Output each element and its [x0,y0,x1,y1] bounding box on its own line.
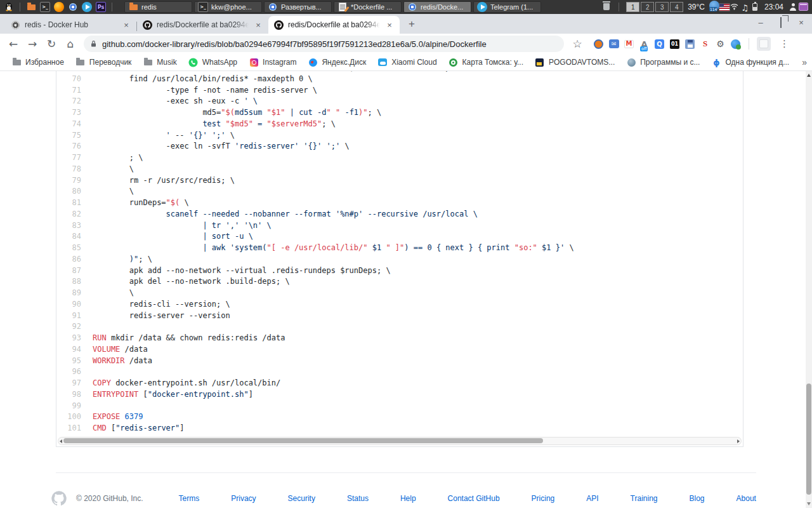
footer-link[interactable]: Pricing [532,494,555,503]
footer-link[interactable]: Terms [179,494,200,503]
horizontal-scroll-thumb[interactable] [63,438,543,443]
line-number[interactable]: 86 [56,254,88,265]
footer-link[interactable]: Status [347,494,369,503]
line-number[interactable]: 71 [56,85,88,97]
line-number[interactable]: 72 [56,96,88,107]
line-number[interactable]: 76 [56,141,88,152]
minimize-button[interactable]: – [756,18,765,27]
wifi-icon[interactable] [730,1,740,11]
line-number[interactable]: 85 [56,243,88,254]
footer-link[interactable]: About [737,494,756,503]
line-number[interactable]: 88 [56,276,88,288]
line-number[interactable]: 73 [56,107,88,119]
battery-icon[interactable] [750,2,760,12]
line-number[interactable]: 84 [56,231,88,243]
line-number[interactable]: 101 [56,423,88,434]
trash-button[interactable] [601,2,612,13]
vertical-scroll-thumb[interactable] [806,384,811,495]
footer-link[interactable]: Contact GitHub [448,494,500,503]
extension-mail-checker-icon[interactable]: ✉ [608,39,619,50]
chromium-launcher-icon[interactable] [68,2,78,12]
browser-menu-button[interactable]: ⋮ [780,38,789,50]
photoshop-launcher-icon[interactable]: Ps [96,2,106,12]
line-number[interactable]: 90 [56,299,88,311]
line-number[interactable]: 89 [56,288,88,299]
workspace-button[interactable]: 3 [655,2,669,12]
bookmark-item[interactable]: Xiaomi Cloud [374,55,440,69]
taskbar-window-button[interactable]: *Dockerfile ... [334,1,402,13]
music-note-icon[interactable]: ♫ [740,3,750,13]
line-number[interactable]: 100 [56,411,88,423]
line-number[interactable]: 83 [56,220,88,232]
extension-orange-ring-icon[interactable] [593,39,604,50]
line-number[interactable]: 80 [56,186,88,197]
footer-link[interactable]: Help [400,494,416,503]
browser-tab[interactable]: redis/Dockerfile at ba0294e67× [268,16,400,34]
bookmark-item[interactable]: Программы и с... [622,55,704,69]
line-number[interactable]: 99 [56,401,88,412]
extension-save-icon[interactable] [684,39,695,50]
line-number[interactable]: 91 [56,311,88,322]
bookmark-item[interactable]: Карта Томска: у... [445,55,527,69]
tux-menu-button[interactable] [4,1,14,13]
footer-link[interactable]: Privacy [231,494,256,503]
footer-link[interactable]: Security [288,494,315,503]
taskbar-window-button[interactable]: >_kkw@phoe... [194,1,262,13]
extension-seo-icon[interactable]: S [700,39,710,50]
tab-close-icon[interactable]: × [121,20,131,30]
line-number[interactable]: 77 [56,152,88,164]
extension-01-icon[interactable]: 01 [669,39,680,50]
line-number[interactable]: 82 [56,209,88,220]
user-session-icon[interactable] [788,2,798,12]
new-tab-button[interactable]: + [403,16,420,32]
line-number[interactable]: 78 [56,164,88,175]
line-number[interactable]: 97 [56,378,88,389]
line-number[interactable]: 75 [56,130,88,142]
line-number[interactable]: 74 [56,119,88,130]
reload-button[interactable]: ↻ [43,36,60,52]
bookmarks-overflow-chevron[interactable]: » [797,57,812,67]
taskbar-window-button[interactable]: redis [124,1,192,13]
taskbar-window-button[interactable]: redis/Docke... [403,1,471,13]
extension-gear-icon[interactable]: ⚙ [715,39,726,50]
bookmark-item[interactable]: Избранное [8,55,68,69]
bookmark-item[interactable]: Яндекс.Диск [304,55,370,69]
line-number[interactable]: 96 [56,366,88,378]
telegram-launcher-icon[interactable] [82,2,92,12]
bookmark-star-button[interactable]: ☆ [569,36,586,52]
line-number[interactable]: 70 [56,74,88,85]
bookmark-item[interactable]: Musik [139,55,180,69]
line-number[interactable]: 79 [56,175,88,187]
scroll-down-arrow[interactable] [807,502,811,505]
extension-adblock-off-icon[interactable]: offA [639,39,650,50]
footer-link[interactable]: Training [631,494,658,503]
bookmark-item[interactable]: Instagram [245,55,300,69]
extension-translator-icon[interactable]: Q [654,39,665,50]
home-button[interactable]: ⌂ [62,36,79,52]
bookmark-item[interactable]: ϕОдна функция д... [707,55,793,69]
bookmark-item[interactable]: WhatsApp [185,55,241,69]
forward-button[interactable]: → [24,36,41,52]
workspace-button[interactable]: 1 [626,2,639,12]
page-vertical-scrollbar[interactable] [806,71,812,508]
bookmark-item[interactable]: POGODAVTOMS... [531,55,619,69]
tab-close-icon[interactable]: × [253,20,263,30]
workspace-button[interactable]: 4 [670,2,683,12]
terminal-launcher-icon[interactable]: >_ [40,2,50,12]
scroll-right-arrow[interactable] [737,439,740,443]
tab-close-icon[interactable]: × [384,20,395,30]
line-number[interactable]: 94 [56,344,88,356]
maximize-button[interactable] [780,17,782,28]
line-number[interactable]: 92 [56,321,88,333]
extension-globe-icon[interactable] [730,39,741,50]
scroll-up-arrow[interactable] [807,74,811,77]
weather-indicator-icon[interactable]: 114 [709,1,719,11]
line-number[interactable]: 98 [56,389,88,401]
close-window-button[interactable]: × [797,18,806,27]
profile-avatar[interactable] [757,37,771,51]
workspace-preview-icon[interactable] [798,1,808,11]
scroll-left-arrow[interactable] [60,439,62,443]
extension-gmail-icon[interactable]: M [624,39,634,50]
keyboard-layout-flag-icon[interactable] [719,3,730,13]
footer-link[interactable]: API [586,494,598,503]
